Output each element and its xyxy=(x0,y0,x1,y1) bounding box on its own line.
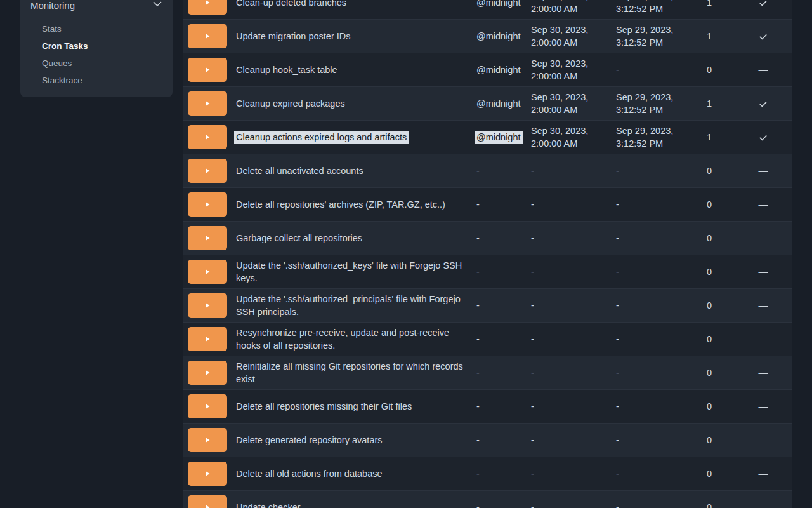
task-schedule-cell: - xyxy=(470,333,525,345)
play-icon xyxy=(205,201,210,208)
task-name: Delete all repositories' archives (ZIP, … xyxy=(236,199,445,210)
cron-task-row: Delete all repositories missing their Gi… xyxy=(183,390,792,424)
sidebar-item-cron-tasks[interactable]: Cron Tasks xyxy=(20,37,173,55)
task-exec-count: 0 xyxy=(684,164,734,177)
task-name-cell: Reinitialize all missing Git repositorie… xyxy=(228,360,470,385)
run-cell xyxy=(183,361,228,385)
task-schedule: @midnight xyxy=(476,0,521,8)
run-task-button[interactable] xyxy=(188,159,227,183)
em-dash: — xyxy=(759,468,768,479)
task-name: Update the '.ssh/authorized_principals' … xyxy=(236,294,461,317)
task-next-run: - xyxy=(525,434,610,446)
cron-task-row: Delete all repositories' archives (ZIP, … xyxy=(183,188,792,222)
task-schedule: - xyxy=(476,435,480,445)
task-status: — xyxy=(734,333,792,345)
run-task-button[interactable] xyxy=(188,91,227,116)
run-task-button[interactable] xyxy=(188,58,227,82)
run-task-button[interactable] xyxy=(188,361,227,385)
task-last-run: Sep 29, 2023, 3:12:52 PM xyxy=(610,124,684,150)
play-icon xyxy=(205,134,210,140)
run-task-button[interactable] xyxy=(188,24,227,48)
monitoring-menu-title: Monitoring xyxy=(30,0,75,11)
task-exec-count: 0 xyxy=(684,198,734,211)
task-schedule-cell: - xyxy=(470,434,525,446)
task-schedule-cell: - xyxy=(470,198,525,211)
run-task-button[interactable] xyxy=(188,192,227,217)
run-task-button[interactable] xyxy=(188,462,227,486)
run-task-button[interactable] xyxy=(188,226,227,250)
task-schedule-cell: - xyxy=(470,232,525,244)
task-next-run: - xyxy=(525,400,610,413)
run-task-button[interactable] xyxy=(188,260,227,284)
run-task-button[interactable] xyxy=(188,327,227,351)
play-icon xyxy=(205,370,210,376)
check-icon xyxy=(758,99,768,109)
task-name-cell: Update the '.ssh/authorized_principals' … xyxy=(228,293,470,318)
task-schedule-cell: @midnight xyxy=(470,30,525,43)
cron-task-row: Update checker - - - 0 — xyxy=(183,491,792,508)
monitoring-menu-header[interactable]: Monitoring xyxy=(20,0,173,11)
cron-task-row: Delete all unactivated accounts - - - 0 … xyxy=(183,154,792,188)
play-icon xyxy=(205,302,210,309)
run-task-button[interactable] xyxy=(188,125,227,149)
play-icon xyxy=(205,336,210,342)
task-last-run: - xyxy=(610,434,684,446)
task-schedule-cell: - xyxy=(470,501,525,508)
em-dash: — xyxy=(759,502,768,508)
task-name-cell: Delete all old actions from database xyxy=(228,467,470,480)
task-status: — xyxy=(734,64,792,76)
run-cell xyxy=(183,125,228,149)
run-cell xyxy=(183,293,228,318)
task-schedule-cell: - xyxy=(470,164,525,177)
sidebar-item-stats[interactable]: Stats xyxy=(20,20,173,37)
task-status: — xyxy=(734,366,792,379)
task-schedule-cell: @midnight xyxy=(470,0,525,9)
run-task-button[interactable] xyxy=(188,394,227,418)
run-cell xyxy=(183,327,228,351)
task-next-run: - xyxy=(525,501,610,508)
task-schedule-cell: - xyxy=(470,366,525,379)
task-last-run: - xyxy=(610,400,684,413)
play-icon xyxy=(205,471,210,477)
task-name-cell: Resynchronize pre-receive, update and po… xyxy=(228,326,470,352)
run-cell xyxy=(183,495,228,508)
task-name: Reinitialize all missing Git repositorie… xyxy=(236,361,463,384)
run-task-button[interactable] xyxy=(188,0,227,15)
task-name: Update checker xyxy=(236,502,301,508)
task-last-run: Sep 29, 2023, 3:12:52 PM xyxy=(610,91,684,116)
task-next-run: Sep 30, 2023, 2:00:00 AM xyxy=(525,57,610,83)
cron-task-row: Delete generated repository avatars - - … xyxy=(183,424,792,457)
sidebar-item-stacktrace[interactable]: Stacktrace xyxy=(20,72,173,89)
task-exec-count: 0 xyxy=(684,333,734,345)
run-cell xyxy=(183,428,228,452)
task-name: Delete generated repository avatars xyxy=(236,435,383,445)
run-task-button[interactable] xyxy=(188,293,227,318)
sidebar-item-queues[interactable]: Queues xyxy=(20,55,173,72)
task-next-run: - xyxy=(525,198,610,211)
task-exec-count: 0 xyxy=(684,366,734,379)
task-name-cell: Garbage collect all repositories xyxy=(228,232,470,244)
check-icon xyxy=(758,0,768,8)
run-task-button[interactable] xyxy=(188,495,227,508)
task-schedule-cell: @midnight xyxy=(470,97,525,110)
task-next-run: Sep 30, 2023, 2:00:00 AM xyxy=(525,124,610,150)
task-next-run: - xyxy=(525,467,610,480)
play-icon xyxy=(205,0,210,6)
em-dash: — xyxy=(759,232,768,243)
run-cell xyxy=(183,24,228,48)
run-cell xyxy=(183,58,228,82)
run-cell xyxy=(183,462,228,486)
run-cell xyxy=(183,192,228,217)
monitoring-menu-items: StatsCron TasksQueuesStacktrace xyxy=(20,20,173,89)
task-name-cell: Clean-up deleted branches xyxy=(228,0,470,9)
task-last-run: - xyxy=(610,64,684,76)
task-name: Delete all repositories missing their Gi… xyxy=(236,401,412,411)
task-status: — xyxy=(734,467,792,480)
cron-task-row: Update migration poster IDs @midnight Se… xyxy=(183,20,792,53)
task-name: Cleanup actions expired logs and artifac… xyxy=(234,131,409,144)
run-task-button[interactable] xyxy=(188,428,227,452)
task-status xyxy=(734,30,792,43)
task-exec-count: 0 xyxy=(684,232,734,244)
play-icon xyxy=(205,504,210,508)
task-schedule-cell: - xyxy=(470,467,525,480)
